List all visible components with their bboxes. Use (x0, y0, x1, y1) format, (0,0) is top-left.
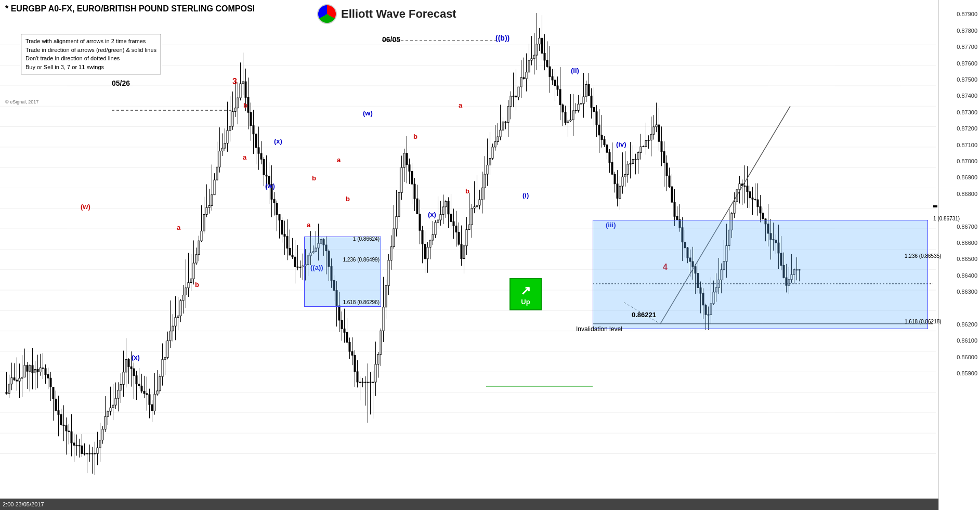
fib-1618-right: 1.618 (0.86218) (905, 319, 942, 324)
chart-title: * EURGBP A0-FX, EURO/BRITISH POUND STERL… (5, 4, 255, 14)
instructions-box: Trade with alignment of arrows in 2 time… (21, 34, 161, 74)
price-87300: 0.87300 (957, 109, 977, 115)
price-86600: 0.86600 (957, 240, 977, 246)
wave-x1: (x) (132, 354, 140, 361)
fib-1-label: 1 (0.86624) (353, 236, 380, 242)
wave-b2: b (312, 174, 316, 182)
instruction-line4: Buy or Sell in 3, 7 or 11 swings (25, 63, 156, 72)
fib-box-left: 1 (0.86624) 1.236 (0.86499) 1.618 (0.862… (304, 237, 381, 307)
wave-b4: b (413, 133, 417, 140)
wave-a2: a (243, 153, 246, 161)
fib-1-right: 1 (0.86731) (933, 216, 960, 221)
wave-a3: a (337, 156, 341, 164)
chart-container: * EURGBP A0-FX, EURO/BRITISH POUND STERL… (0, 0, 980, 510)
wave-b4r: b (465, 187, 469, 195)
price-87800: 0.87800 (957, 28, 977, 34)
wave-w2: (w) (265, 182, 275, 190)
wave-a3b: a (307, 221, 310, 229)
fib-618-label: 1.618 (0.86296) (343, 299, 380, 305)
price-87700: 0.87700 (957, 44, 977, 50)
current-price-box (933, 205, 937, 207)
wave-3: 3 (232, 77, 237, 86)
up-box: ↗ Up (509, 278, 542, 310)
wave-x3: (x) (428, 211, 436, 218)
price-86300: 0.86300 (957, 289, 977, 295)
price-87900: 0.87900 (957, 11, 977, 17)
wave-w1: (w) (81, 203, 90, 211)
wave-i: (i) (522, 191, 529, 199)
up-label: Up (521, 298, 530, 306)
ewf-title: Elliott Wave Forecast (341, 7, 456, 21)
instruction-line2: Trade in direction of arrows (red/green)… (25, 46, 156, 55)
fib-1236-right: 1.236 (0.86535) (905, 253, 942, 259)
instruction-line1: Trade with alignment of arrows in 2 time… (25, 37, 156, 46)
wave-a4: a (459, 101, 462, 109)
bottom-bar: 2:00 23/05/2017 (0, 499, 938, 510)
wave-w3: (w) (363, 109, 373, 117)
price-86500: 0.86500 (957, 256, 977, 262)
price-87500: 0.87500 (957, 76, 977, 83)
wave-iv: (iv) (616, 140, 626, 148)
price-87000: 0.87000 (957, 158, 977, 164)
wave-a1: a (177, 224, 180, 231)
price-87100: 0.87100 (957, 142, 977, 148)
price-86400: 0.86400 (957, 272, 977, 279)
price-86000: 0.86000 (957, 354, 977, 360)
wave-b3: b (346, 195, 350, 203)
price-87200: 0.87200 (957, 125, 977, 132)
price-87400: 0.87400 (957, 93, 977, 99)
fib-236-label: 1.236 (0.86499) (343, 257, 380, 263)
invalidation-price: 0.86221 (632, 311, 656, 319)
up-arrow-icon: ↗ (520, 283, 531, 298)
wave-x2: (x) (274, 137, 282, 145)
wave-b1: b (195, 281, 199, 289)
wave-ii: (ii) (571, 67, 579, 74)
date-0605: 06/05 (382, 35, 400, 44)
price-86700: 0.86700 (957, 224, 977, 230)
price-86900: 0.86900 (957, 174, 977, 180)
date-0526: 05/26 (112, 79, 130, 87)
wave-bb: ((b)) (495, 34, 509, 42)
price-86100: 0.86100 (957, 337, 977, 344)
invalidation-label: Invalidation level (576, 325, 622, 333)
bottom-time: 2:00 23/05/2017 (3, 501, 44, 507)
wave-b-top: b (243, 101, 247, 109)
price-86800: 0.86800 (957, 191, 977, 197)
ewf-logo: Elliott Wave Forecast (317, 4, 456, 24)
price-85900: 0.85900 (957, 370, 977, 376)
price-87600: 0.87600 (957, 60, 977, 67)
esignal-credit: © eSignal, 2017 (5, 99, 38, 104)
price-axis: 0.87900 0.87800 0.87700 0.87600 0.87500 … (938, 0, 980, 510)
ewf-logo-circle (317, 4, 337, 24)
instruction-line3: Don't trade in direction of dotted lines (25, 54, 156, 63)
price-86200: 0.86200 (957, 321, 977, 328)
